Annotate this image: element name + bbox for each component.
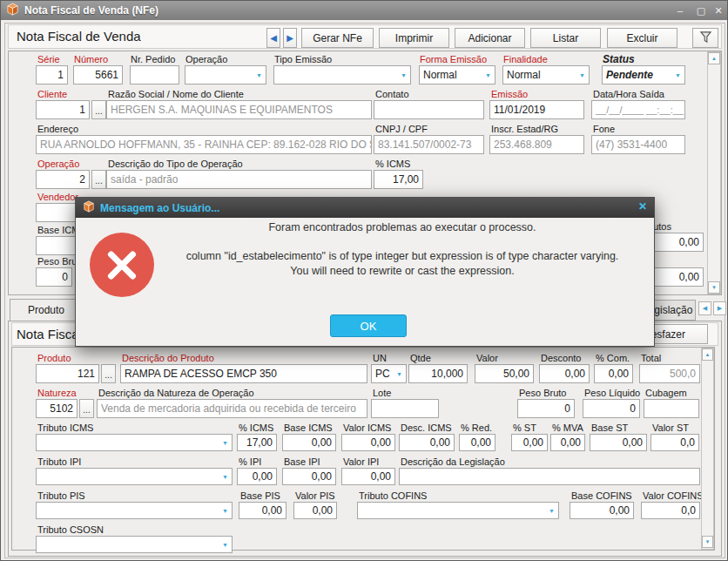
chevron-down-icon: ▼ xyxy=(222,474,228,480)
ok-button[interactable]: OK xyxy=(330,314,407,337)
natureza-field[interactable]: 5102 xyxy=(36,399,78,418)
scroll-down-icon[interactable]: ▼ xyxy=(702,536,713,548)
finalidade-combo[interactable]: Normal ▼ xyxy=(502,65,590,84)
pct-icms-field[interactable]: 17,00 xyxy=(374,170,423,189)
cnpj-cpf-field[interactable]: 83.141.507/0002-73 xyxy=(374,135,484,154)
data-hora-saida-field[interactable]: __/__/____ __:__:__ xyxy=(591,100,685,119)
un-combo[interactable]: PC ▼ xyxy=(371,364,407,383)
tab-produto[interactable]: Produto xyxy=(10,299,83,321)
chevron-down-icon: ▼ xyxy=(401,72,407,78)
peso-bruto-field[interactable]: 0 xyxy=(517,399,575,418)
pct-mva-field[interactable]: 0,00 xyxy=(550,434,585,451)
adicionar-button[interactable]: Adicionar xyxy=(455,28,525,48)
pct-st-field[interactable]: 0,00 xyxy=(511,434,548,451)
pct-red-field[interactable]: 0,00 xyxy=(459,434,495,451)
desconto-field[interactable]: 0,00 xyxy=(539,364,590,383)
descricao-tipo-operacao-field[interactable]: saída - padrão xyxy=(106,170,372,189)
descricao-natureza-field[interactable]: Venda de mercadoria adquirida ou recebid… xyxy=(97,399,367,418)
vendedor-label: Vendedor xyxy=(37,192,78,202)
pct-ipi-field[interactable]: 0,00 xyxy=(237,468,277,485)
base-st-field[interactable]: 0,00 xyxy=(590,434,647,451)
produto-field[interactable]: 121 xyxy=(36,364,99,383)
valor-cofins-field[interactable]: 0,0 xyxy=(641,502,700,519)
endereco-field[interactable]: RUA ARNOLDO HOFFMANN, 35 - RAINHA CEP: 8… xyxy=(36,135,372,154)
minimize-icon[interactable]: – xyxy=(671,3,689,17)
tributo-cofins-combo[interactable]: ▼ xyxy=(357,502,559,519)
close-icon[interactable]: ✕ xyxy=(710,3,727,17)
nr-pedido-field[interactable] xyxy=(130,65,179,84)
tributo-icms-combo[interactable]: ▼ xyxy=(36,434,233,451)
fone-field[interactable]: (47) 3531-4400 xyxy=(591,135,685,154)
tab-scroll-right-icon[interactable]: ▶ xyxy=(713,301,726,315)
pct-st-label: % ST xyxy=(513,422,536,433)
item-pct-icms-field[interactable]: 17,00 xyxy=(237,434,277,451)
page-title: Nota Fiscal de Venda xyxy=(17,29,141,44)
base-ipi-field[interactable]: 0,00 xyxy=(282,468,336,485)
natureza-label: Natureza xyxy=(37,388,77,398)
contato-field[interactable] xyxy=(374,100,484,119)
filter-button[interactable] xyxy=(692,28,718,48)
status-label: Status xyxy=(603,53,635,65)
maximize-icon[interactable]: ▢ xyxy=(692,3,710,17)
base-cofins-field[interactable]: 0,00 xyxy=(570,502,634,519)
tributo-pis-combo[interactable]: ▼ xyxy=(36,502,233,519)
cliente-lookup-button[interactable]: ... xyxy=(91,100,106,119)
bottom-scrollbar[interactable] xyxy=(701,348,714,550)
imprimir-button[interactable]: Imprimir xyxy=(379,28,449,48)
operacao-combo[interactable]: ▼ xyxy=(185,65,266,84)
qtde-field[interactable]: 10,000 xyxy=(408,364,468,383)
scroll-up-icon[interactable]: ▲ xyxy=(708,52,720,64)
cubagem-field[interactable] xyxy=(644,399,699,418)
descricao-legislacao-field[interactable] xyxy=(399,468,700,485)
lote-field[interactable] xyxy=(371,399,439,418)
forma-emissao-value: Normal xyxy=(423,69,457,81)
valor-icms-field[interactable]: 0,00 xyxy=(341,434,395,451)
dialog-close-icon[interactable]: ✕ xyxy=(638,200,647,213)
inscr-estad-field[interactable]: 253.468.809 xyxy=(489,135,584,154)
valor-label: Valor xyxy=(476,353,498,363)
pct-com-field[interactable]: 0,00 xyxy=(594,364,633,383)
tributo-ipi-combo[interactable]: ▼ xyxy=(36,468,233,485)
excluir-button[interactable]: Excluir xyxy=(607,28,677,48)
descricao-produto-field[interactable]: RAMPA DE ACESSO EMCP 350 xyxy=(120,364,367,383)
app-icon xyxy=(6,3,19,19)
operacao-lookup-button[interactable]: ... xyxy=(91,170,106,189)
natureza-lookup-button[interactable]: ... xyxy=(79,399,94,418)
valor-ipi-field[interactable]: 0,00 xyxy=(341,468,395,485)
nav-next-button[interactable]: ▶ xyxy=(283,28,297,48)
operacao-field[interactable]: 2 xyxy=(36,170,90,189)
qtde-label: Qtde xyxy=(410,353,431,363)
nav-prev-button[interactable]: ◀ xyxy=(266,28,280,48)
top-scrollbar[interactable] xyxy=(707,51,721,294)
razao-social-field[interactable]: HERGEN S.A. MAQUINAS E EQUIPAMENTOS xyxy=(106,100,372,119)
valor-field[interactable]: 50,00 xyxy=(475,364,534,383)
produto-lookup-button[interactable]: ... xyxy=(101,364,116,383)
emissao-field[interactable]: 11/01/2019 xyxy=(489,100,584,119)
tributo-pis-label: Tributo PIS xyxy=(37,490,85,501)
total-produtos-field[interactable]: 0,00 xyxy=(653,233,704,252)
listar-button[interactable]: Listar xyxy=(530,28,601,48)
numero-field[interactable]: 5661 xyxy=(73,65,123,84)
total-field[interactable]: 500,0 xyxy=(639,364,700,383)
base-icms-field[interactable]: 0,00 xyxy=(282,434,336,451)
total-nfe-field[interactable]: 0,00 xyxy=(653,267,704,287)
serie-field[interactable]: 1 xyxy=(36,65,68,84)
tributo-csosn-combo[interactable]: ▼ xyxy=(36,536,233,553)
tipo-emissao-combo[interactable]: ▼ xyxy=(273,65,411,84)
peso-bruto-header-field[interactable]: 0 xyxy=(36,267,72,287)
tab-scroll-left-icon[interactable]: ◀ xyxy=(698,301,711,315)
gerar-nfe-button[interactable]: Gerar NFe xyxy=(301,28,374,48)
forma-emissao-combo[interactable]: Normal ▼ xyxy=(419,65,495,84)
tributo-csosn-label: Tributo CSOSN xyxy=(37,524,104,535)
base-pis-field[interactable]: 0,00 xyxy=(239,502,286,519)
scroll-up-icon[interactable]: ▲ xyxy=(702,348,713,361)
valor-pis-field[interactable]: 0,00 xyxy=(293,502,337,519)
desc-icms-field[interactable]: 0,00 xyxy=(399,434,455,451)
pct-ipi-label: % IPI xyxy=(239,456,261,467)
status-combo[interactable]: Pendente ▼ xyxy=(602,65,685,84)
valor-st-field[interactable]: 0,0 xyxy=(650,434,699,451)
lote-label: Lote xyxy=(373,388,391,398)
peso-liquido-field[interactable]: 0 xyxy=(583,399,640,418)
cliente-field[interactable]: 1 xyxy=(36,100,90,119)
scroll-down-icon[interactable]: ▼ xyxy=(708,281,720,294)
